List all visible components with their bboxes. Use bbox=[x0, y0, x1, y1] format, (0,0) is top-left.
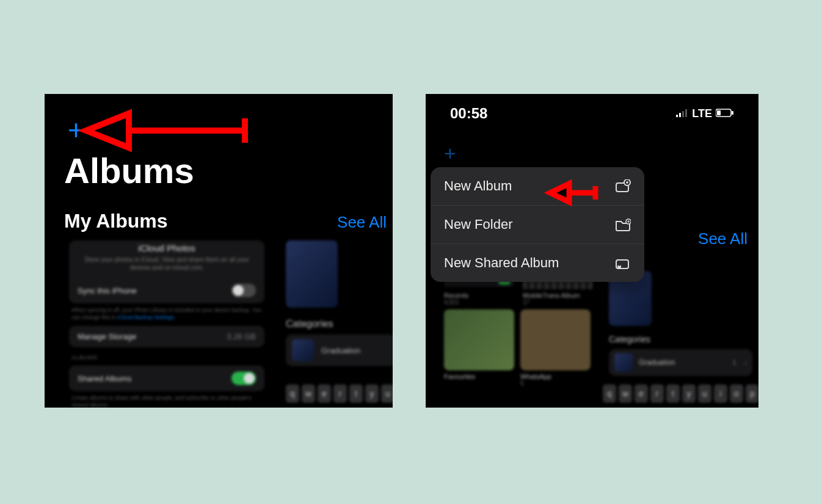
album-name: WhatsApp bbox=[520, 373, 591, 380]
albums-grid: Recents 4,921 MobileTrans Album 17 Favou… bbox=[444, 277, 603, 387]
add-menu: New Album New Folder New Shared Album bbox=[431, 167, 644, 282]
category-count: 1 bbox=[733, 359, 737, 366]
category-name: Graduation bbox=[321, 346, 360, 355]
key-e[interactable]: e bbox=[635, 384, 648, 403]
album-name: Favourites bbox=[444, 373, 514, 380]
category-thumb bbox=[614, 353, 633, 372]
album-name: Recents bbox=[444, 292, 514, 299]
key-t[interactable]: t bbox=[349, 384, 363, 403]
manage-storage-row[interactable]: Manage Storage 3.26 GB bbox=[69, 326, 264, 347]
chevron-right-icon: › bbox=[744, 358, 747, 367]
section-my-albums: My Albums bbox=[64, 210, 168, 232]
key-e[interactable]: e bbox=[318, 384, 331, 403]
key-y[interactable]: y bbox=[365, 384, 379, 403]
key-p[interactable]: p bbox=[746, 384, 758, 403]
annotation-arrow-left bbox=[62, 106, 257, 155]
key-q[interactable]: q bbox=[286, 384, 299, 403]
shared-note: Create albums to share with other people… bbox=[69, 391, 264, 408]
folder-add-icon bbox=[615, 218, 631, 231]
icloud-settings-panel: iCloud Photos Store your photos in iClou… bbox=[69, 240, 264, 408]
album-thumbnail bbox=[444, 309, 514, 370]
keyboard-row[interactable]: qwertyuiop bbox=[286, 384, 393, 403]
sync-label: Sync this iPhone bbox=[78, 286, 137, 295]
album-thumbnail bbox=[520, 309, 591, 370]
screenshot-left: + Albums My Albums See All iCloud Photos… bbox=[45, 94, 393, 408]
category-thumb bbox=[292, 339, 314, 361]
svg-rect-5 bbox=[717, 110, 721, 115]
albums-section-label: ALBUMS bbox=[69, 347, 264, 362]
album-item[interactable]: WhatsApp 5 bbox=[520, 309, 591, 387]
svg-rect-2 bbox=[682, 111, 684, 117]
icloud-title: iCloud Photos bbox=[69, 240, 264, 253]
signal-icon bbox=[676, 107, 688, 120]
svg-rect-3 bbox=[685, 109, 687, 117]
add-button[interactable]: + bbox=[68, 116, 84, 144]
album-count: 17 bbox=[523, 299, 593, 306]
key-r[interactable]: r bbox=[650, 384, 664, 403]
key-u[interactable]: u bbox=[698, 384, 711, 403]
shared-album-icon bbox=[615, 256, 631, 270]
album-count: 5 bbox=[520, 380, 591, 387]
shared-albums-toggle[interactable] bbox=[231, 372, 256, 385]
add-button[interactable]: + bbox=[444, 143, 456, 164]
see-all-link[interactable]: See All bbox=[698, 229, 747, 248]
key-o[interactable]: o bbox=[730, 384, 743, 403]
album-count: 4,921 bbox=[444, 299, 514, 306]
album-add-icon bbox=[615, 179, 631, 193]
menu-new-shared-album[interactable]: New Shared Album bbox=[431, 244, 644, 282]
screenshot-right: 00:58 LTE + See All Recents 4,921 bbox=[426, 94, 758, 408]
album-thumbnail[interactable] bbox=[286, 240, 338, 308]
category-row[interactable]: Graduation 1 › bbox=[286, 334, 393, 366]
keyboard-row[interactable]: qwertyuiop bbox=[603, 384, 758, 403]
page-title: Albums bbox=[64, 150, 194, 191]
status-bar: 00:58 LTE bbox=[426, 105, 758, 122]
key-t[interactable]: t bbox=[666, 384, 680, 403]
categories-heading: Categories bbox=[609, 334, 752, 344]
icloud-desc: Store your photos in iCloud. View and sh… bbox=[69, 253, 264, 278]
battery-icon bbox=[716, 107, 734, 120]
side-panel-left: Categories Graduation 1 › bbox=[286, 240, 393, 366]
svg-rect-1 bbox=[679, 113, 681, 117]
key-y[interactable]: y bbox=[682, 384, 696, 403]
svg-rect-6 bbox=[732, 111, 733, 115]
key-i[interactable]: i bbox=[714, 384, 727, 403]
categories-heading: Categories bbox=[286, 319, 393, 329]
sync-toggle[interactable] bbox=[231, 284, 256, 297]
category-name: Graduation bbox=[639, 358, 675, 367]
album-item[interactable]: Favourites bbox=[444, 309, 514, 387]
status-time: 00:58 bbox=[450, 105, 487, 122]
album-name: MobileTrans Album bbox=[523, 292, 593, 299]
side-panel-right: Categories Graduation 1 › bbox=[609, 271, 752, 376]
menu-new-album[interactable]: New Album bbox=[431, 167, 644, 206]
category-row[interactable]: Graduation 1 › bbox=[609, 349, 752, 376]
shared-albums-label: Shared Albums bbox=[78, 374, 131, 383]
key-w[interactable]: w bbox=[619, 384, 632, 403]
key-q[interactable]: q bbox=[603, 384, 616, 403]
icloud-backup-link[interactable]: iCloud Backup Settings bbox=[117, 314, 174, 320]
menu-new-folder[interactable]: New Folder bbox=[431, 206, 644, 244]
svg-point-12 bbox=[619, 264, 620, 266]
key-u[interactable]: u bbox=[381, 384, 393, 403]
network-label: LTE bbox=[692, 107, 712, 120]
key-r[interactable]: r bbox=[333, 384, 347, 403]
see-all-link[interactable]: See All bbox=[337, 213, 387, 232]
sync-note: When syncing is off, your Photo Library … bbox=[69, 303, 264, 322]
svg-rect-0 bbox=[676, 115, 678, 117]
key-w[interactable]: w bbox=[302, 384, 315, 403]
